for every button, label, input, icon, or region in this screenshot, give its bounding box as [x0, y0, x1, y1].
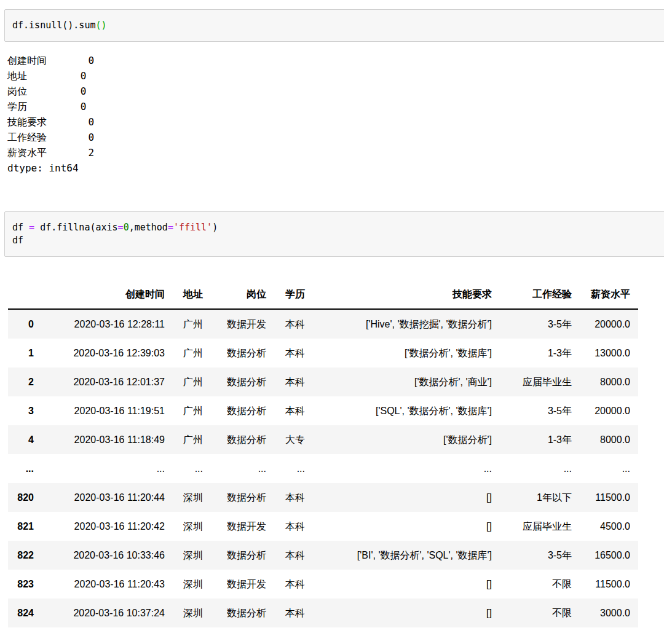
header-salary: 薪资水平 [580, 280, 638, 309]
dataframe-table: 创建时间 地址 岗位 学历 技能要求 工作经验 薪资水平 02020-03-16… [8, 280, 638, 627]
header-position: 岗位 [211, 280, 274, 309]
code-cell-input-1[interactable]: df.isnull().sum() [4, 9, 664, 42]
table-row-ellipsis: ........................ [8, 454, 638, 483]
matching-bracket-highlight: () [95, 20, 106, 31]
header-skills: 技能要求 [313, 280, 500, 309]
table-row: 02020-03-16 12:28:11广州数据开发本科['Hive', '数据… [8, 309, 638, 339]
code-line: df [12, 234, 663, 247]
table-row: 22020-03-16 12:01:37广州数据分析本科['数据分析', '商业… [8, 367, 638, 396]
code-line: df = df.fillna(axis=0,method='ffill') [12, 221, 663, 234]
table-row: 8232020-03-16 11:20:43深圳数据开发本科[]不限11500.… [8, 570, 638, 599]
header-education: 学历 [274, 280, 313, 309]
table-row: 8202020-03-16 11:20:44深圳数据分析本科[]1年以下1150… [8, 483, 638, 512]
header-index [8, 280, 42, 309]
table-row: 32020-03-16 11:19:51广州数据分析本科['SQL', '数据分… [8, 396, 638, 425]
header-create-time: 创建时间 [42, 280, 173, 309]
table-row: 42020-03-16 11:18:49广州数据分析大专['数据分析']1-3年… [8, 425, 638, 454]
table-row: 12020-03-16 12:39:03广州数据分析本科['数据分析', '数据… [8, 339, 638, 367]
header-address: 地址 [173, 280, 211, 309]
code-cell-input-2[interactable]: df = df.fillna(axis=0,method='ffill') df [4, 211, 664, 257]
code-text: df.isnull().sum [12, 20, 95, 31]
isnull-sum-output: 创建时间 0 地址 0 岗位 0 学历 0 技能要求 0 工作经验 0 薪资水平… [7, 53, 664, 176]
table-header-row: 创建时间 地址 岗位 学历 技能要求 工作经验 薪资水平 [8, 280, 638, 309]
table-row: 8242020-03-16 10:37:24深圳数据分析本科[]不限3000.0 [8, 599, 638, 627]
dataframe-output: 创建时间 地址 岗位 学历 技能要求 工作经验 薪资水平 02020-03-16… [8, 280, 664, 627]
table-row: 8222020-03-16 10:33:46深圳数据分析本科['BI', '数据… [8, 541, 638, 570]
table-row: 8212020-03-16 11:20:42深圳数据开发本科[]应届毕业生450… [8, 512, 638, 541]
code-line: df.isnull().sum() [12, 19, 663, 32]
header-experience: 工作经验 [500, 280, 580, 309]
